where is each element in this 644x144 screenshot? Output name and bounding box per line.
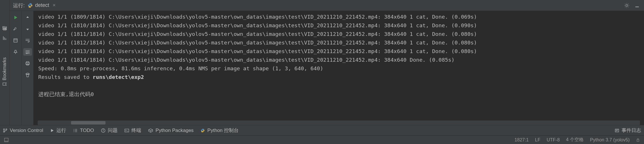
python-packages-tool[interactable]: Python Packages: [148, 128, 193, 133]
indent-indicator[interactable]: 4 个空格: [566, 137, 584, 143]
bookmarks-label: Bookmarks: [2, 57, 7, 80]
python-icon: [200, 128, 205, 133]
svg-rect-18: [637, 140, 639, 141]
svg-rect-2: [6, 38, 6, 40]
horizontal-scrollbar[interactable]: [38, 120, 640, 125]
console-line: Results saved to runs\detect\exp2: [38, 73, 639, 81]
interpreter-indicator[interactable]: Python 3.7 (yolov5): [590, 137, 630, 143]
horizontal-scrollbar-thumb[interactable]: [71, 121, 106, 124]
problems-tool[interactable]: 问题: [101, 127, 118, 134]
console-line: [38, 81, 639, 90]
soft-wrap-button[interactable]: [23, 37, 32, 44]
branch-icon: [3, 128, 7, 133]
run-actions-column: [9, 11, 22, 125]
encoding-indicator[interactable]: UTF-8: [547, 137, 559, 143]
scroll-to-end-button[interactable]: [23, 48, 32, 56]
terminal-tool[interactable]: 终端: [124, 127, 141, 134]
console-line: 进程已结束,退出代码0: [38, 90, 639, 99]
results-prefix: Results saved to: [38, 74, 93, 80]
svg-rect-0: [3, 36, 4, 40]
run-tool-label: 运行: [56, 127, 66, 134]
settings-icon[interactable]: [624, 3, 630, 8]
stop-wrench-button[interactable]: [12, 25, 19, 33]
svg-rect-1: [4, 37, 5, 40]
left-tool-rail: 结构 Bookmarks: [0, 0, 9, 125]
svg-rect-15: [615, 129, 619, 132]
play-icon: [50, 129, 54, 133]
up-stack-button[interactable]: [23, 14, 32, 21]
bookmark-icon: [3, 82, 7, 86]
run-label: 运行:: [13, 2, 25, 9]
python-file-icon: [28, 3, 33, 8]
svg-point-12: [6, 129, 7, 130]
console-line: video 1/1 (1814/1814) C:\Users\xieji\Dow…: [38, 56, 639, 64]
run-tab[interactable]: detect ×: [25, 1, 59, 9]
todo-label: TODO: [80, 128, 94, 133]
svg-point-10: [3, 129, 5, 130]
event-log-tool[interactable]: 事件日志: [615, 127, 641, 134]
console-output[interactable]: video 1/1 (1809/1814) C:\Users\xieji\Dow…: [34, 11, 644, 125]
console-line: Speed: 0.8ms pre-process, 81.6ms inferen…: [38, 64, 639, 73]
console-actions-column: [22, 11, 34, 125]
svg-rect-6: [26, 53, 30, 54]
svg-rect-8: [26, 63, 29, 64]
problems-label: 问题: [108, 127, 118, 134]
down-stack-button[interactable]: [23, 25, 32, 33]
svg-rect-4: [14, 39, 17, 42]
event-log-label: 事件日志: [622, 127, 641, 134]
terminal-icon: [124, 129, 129, 133]
problems-icon: [101, 128, 106, 133]
console-line: video 1/1 (1809/1814) C:\Users\xieji\Dow…: [38, 13, 639, 21]
structure-tool[interactable]: 结构: [2, 34, 8, 40]
tool-windows-icon[interactable]: [4, 138, 9, 142]
console-line: video 1/1 (1813/1814) C:\Users\xieji\Dow…: [38, 47, 639, 56]
console-line: video 1/1 (1810/1814) C:\Users\xieji\Dow…: [38, 21, 639, 30]
svg-rect-3: [635, 7, 639, 7]
rerun-button[interactable]: [12, 14, 19, 21]
close-tab-icon[interactable]: ×: [53, 2, 56, 8]
todo-icon: [73, 129, 78, 133]
python-console-tool[interactable]: Python 控制台: [200, 127, 239, 134]
line-separator-indicator[interactable]: LF: [535, 137, 540, 143]
python-packages-label: Python Packages: [156, 128, 193, 133]
version-control-label: Version Control: [10, 128, 43, 133]
terminal-label: 终端: [131, 127, 141, 134]
print-button[interactable]: [23, 60, 32, 67]
event-log-icon: [615, 128, 619, 133]
clear-all-button[interactable]: [23, 71, 32, 79]
python-console-label: Python 控制台: [207, 127, 239, 134]
lock-icon[interactable]: [636, 138, 640, 142]
todo-tool[interactable]: TODO: [73, 128, 94, 133]
minimize-icon[interactable]: [635, 3, 639, 8]
console-line: video 1/1 (1812/1814) C:\Users\xieji\Dow…: [38, 38, 639, 47]
packages-icon: [148, 128, 153, 133]
status-bar: 1827:1 LF UTF-8 4 个空格 Python 3.7 (yolov5…: [0, 135, 644, 144]
pin-button[interactable]: [12, 48, 19, 56]
console-line: video 1/1 (1811/1814) C:\Users\xieji\Dow…: [38, 30, 639, 38]
structure-icon: [3, 36, 7, 40]
run-tool-header: 运行: detect ×: [9, 0, 644, 11]
run-tool[interactable]: 运行: [50, 127, 66, 134]
svg-rect-14: [125, 129, 129, 132]
results-path: runs\detect\exp2: [93, 74, 144, 80]
line-column-indicator[interactable]: 1827:1: [515, 137, 529, 143]
bottom-toolbar: Version Control 运行 TODO 问题 终端: [0, 125, 644, 135]
layout-button[interactable]: [12, 37, 19, 44]
run-tab-label: detect: [35, 2, 49, 8]
bookmarks-tool[interactable]: Bookmarks: [2, 57, 7, 86]
version-control-tool[interactable]: Version Control: [3, 128, 43, 133]
